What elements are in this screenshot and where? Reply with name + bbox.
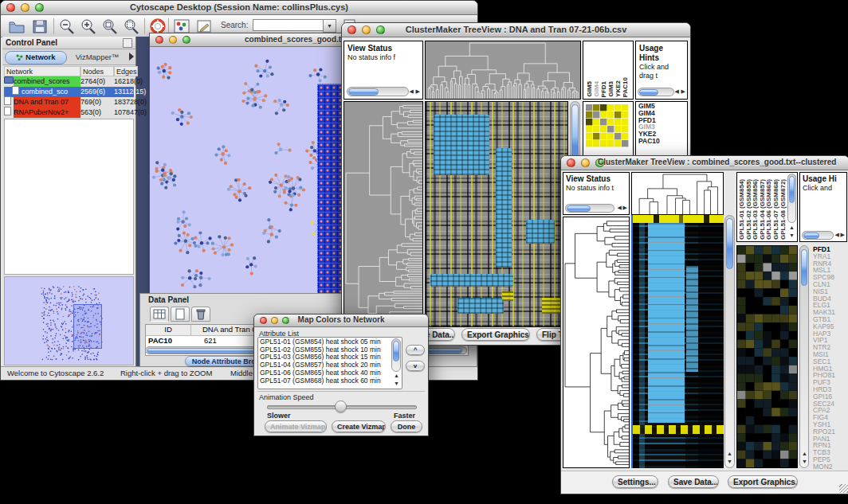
- tv2-column-dendrogram[interactable]: [631, 172, 724, 215]
- gene-label[interactable]: MON2: [813, 463, 835, 471]
- treeview2-title: ClusterMaker TreeView : combined_scores_…: [598, 158, 848, 166]
- delete-attribute-icon[interactable]: [191, 307, 210, 322]
- view-status-text: No status info f: [347, 53, 395, 61]
- status-hint-pan: Middle-: [230, 369, 255, 377]
- usage-hints-text: Click and: [803, 184, 832, 192]
- tv2-heatmap[interactable]: [631, 215, 724, 468]
- minimize-button[interactable]: [581, 158, 590, 167]
- scroll-down-icon[interactable]: ▼: [789, 232, 795, 240]
- search-dropdown-icon[interactable]: ▼: [323, 19, 336, 33]
- done-button[interactable]: Done: [391, 420, 422, 432]
- scroll-up-icon[interactable]: ▲: [727, 450, 732, 458]
- network-row[interactable]: combined_scores 2764(0) 16218(0): [4, 76, 134, 87]
- tv2-row-dendrogram[interactable]: [563, 217, 630, 468]
- zoom-out-icon[interactable]: [57, 18, 77, 35]
- close-button[interactable]: [567, 158, 575, 167]
- animate-vizmap-button[interactable]: Animate Vizmap: [265, 420, 327, 432]
- column-label: YKE2: [614, 80, 622, 97]
- network-overview[interactable]: [4, 276, 134, 365]
- column-label: GPL51-08 (GSM872): [779, 179, 787, 240]
- status-welcome: Welcome to Cytoscape 2.6.2: [7, 369, 104, 377]
- new-attribute-icon[interactable]: [171, 307, 190, 322]
- network-row[interactable]: RNAPuberNov2+ 563(0) 107847(0): [4, 107, 134, 118]
- zoom-fit-icon[interactable]: [122, 18, 141, 35]
- tv2-save-data-button[interactable]: Save Data...: [668, 475, 719, 488]
- tv2-hints-hscrollbar[interactable]: [802, 231, 834, 240]
- tv1-status-hscrollbar[interactable]: [347, 87, 409, 96]
- resize-grip[interactable]: [839, 484, 848, 493]
- tv2-view-status: View Status No status info t ◀ ▶: [563, 172, 630, 215]
- scroll-down-icon[interactable]: ▼: [727, 458, 732, 466]
- tv2-zoom-heatmap[interactable]: [736, 245, 798, 468]
- column-header-id[interactable]: ID: [146, 325, 191, 335]
- tab-vizmapper[interactable]: VizMapper™: [69, 51, 125, 63]
- treeview2-window: ClusterMaker TreeView : combined_scores_…: [560, 155, 848, 494]
- treeview2-titlebar[interactable]: ClusterMaker TreeView : combined_scores_…: [561, 156, 848, 170]
- attribute-table-icon[interactable]: [150, 307, 169, 322]
- network-row-selected[interactable]: combined_sco 2569(6) 13112(15): [4, 87, 134, 97]
- float-panel-icon[interactable]: [123, 38, 132, 48]
- overview-view-rect[interactable]: [73, 304, 102, 349]
- cytoscape-titlebar[interactable]: Cytoscape Desktop (Session Name: collins…: [1, 1, 477, 15]
- zoom-in-icon[interactable]: [79, 18, 98, 35]
- scroll-right-icon[interactable]: ▶: [623, 204, 627, 212]
- treeview1-title: ClusterMaker TreeView : DNA and Tran 07-…: [342, 25, 690, 34]
- move-down-button[interactable]: v: [406, 361, 425, 371]
- column-label: GPL51-07 (GSM868): [772, 179, 779, 240]
- network-table-header: Network Nodes Edges: [4, 66, 134, 76]
- network-table: Network Nodes Edges combined_scores 2764…: [4, 66, 134, 118]
- scroll-left-icon[interactable]: ◀: [618, 204, 622, 212]
- view-status-title: View Status: [347, 44, 392, 53]
- data-panel-title: Data Panel: [148, 295, 189, 304]
- column-label: GPL51-03 (GSM856): [752, 179, 759, 240]
- usage-hints-title: Usage Hi: [803, 174, 837, 183]
- create-vizmap-button[interactable]: Create Vizmap: [332, 420, 386, 432]
- scroll-right-icon[interactable]: ▶: [681, 88, 685, 96]
- faster-label: Faster: [394, 412, 415, 420]
- column-label: GIM5: [586, 81, 593, 97]
- control-panel-tabs: Network VizMapper™: [2, 49, 135, 65]
- scroll-left-icon[interactable]: ◀: [410, 88, 414, 96]
- tv2-export-graphics-button[interactable]: Export Graphics...: [728, 475, 798, 488]
- attribute-listbox[interactable]: GPL51-01 (GSM854) heat shock 05 minGPL51…: [257, 337, 402, 389]
- overview-thumbnail: [5, 277, 133, 365]
- move-up-button[interactable]: ^: [406, 345, 425, 355]
- tv2-collabel-vscrollbar[interactable]: [787, 174, 796, 223]
- scroll-right-icon[interactable]: ▶: [841, 231, 845, 239]
- open-file-icon[interactable]: [7, 18, 26, 35]
- attribute-vscrollbar[interactable]: [391, 338, 401, 372]
- scroll-up-icon[interactable]: ▲: [394, 372, 399, 380]
- attribute-item[interactable]: GPL51-07 (GSM868) heat shock 60 min: [260, 377, 400, 385]
- save-icon[interactable]: [30, 18, 49, 35]
- tv1-hints-hscrollbar[interactable]: [638, 88, 674, 96]
- tv1-column-dendrogram[interactable]: [425, 41, 581, 100]
- treeview1-titlebar[interactable]: ClusterMaker TreeView : DNA and Tran 07-…: [342, 23, 690, 37]
- search-input[interactable]: [253, 19, 324, 31]
- tv2-heatmap-vscrollbar[interactable]: ▲ ▼: [724, 215, 735, 468]
- tv2-settings-button[interactable]: Settings...: [612, 475, 658, 488]
- network-tree-empty-area[interactable]: [4, 119, 134, 275]
- tv1-export-graphics-button[interactable]: Export Graphics...: [461, 328, 530, 341]
- animation-speed-label: Animation Speed: [259, 393, 314, 401]
- tv1-row-dendrogram[interactable]: [344, 101, 423, 327]
- control-panel-title: Control Panel: [6, 38, 57, 47]
- scroll-down-icon[interactable]: ▼: [802, 458, 807, 466]
- tv2-status-hscrollbar[interactable]: [565, 204, 614, 213]
- scroll-left-icon[interactable]: ◀: [835, 231, 839, 239]
- tab-scroll-arrow-icon[interactable]: [129, 53, 134, 61]
- tv2-column-labels: GPL51-01 (GSM854)GPL51-02 (GSM855)GPL51-…: [736, 172, 798, 242]
- tv1-heatmap[interactable]: [425, 101, 568, 327]
- network-row[interactable]: DNA and Tran 07 769(0) 183728(0): [4, 97, 134, 107]
- zoom-selected-icon[interactable]: [100, 18, 120, 35]
- dialog-titlebar[interactable]: Map Colors to Network: [254, 315, 428, 327]
- tab-network[interactable]: Network: [5, 51, 67, 64]
- speed-slider-thumb[interactable]: [335, 400, 347, 412]
- scroll-up-icon[interactable]: ▲: [802, 450, 807, 458]
- scroll-left-icon[interactable]: ◀: [675, 88, 679, 96]
- scroll-right-icon[interactable]: ▶: [416, 88, 420, 96]
- scroll-up-icon[interactable]: ▲: [789, 224, 795, 232]
- scroll-down-icon[interactable]: ▼: [394, 380, 399, 388]
- view-status-title: View Status: [566, 174, 610, 183]
- tv2-gene-vscrollbar[interactable]: ▲ ▼: [799, 245, 809, 468]
- gene-label[interactable]: PAC10: [638, 138, 687, 145]
